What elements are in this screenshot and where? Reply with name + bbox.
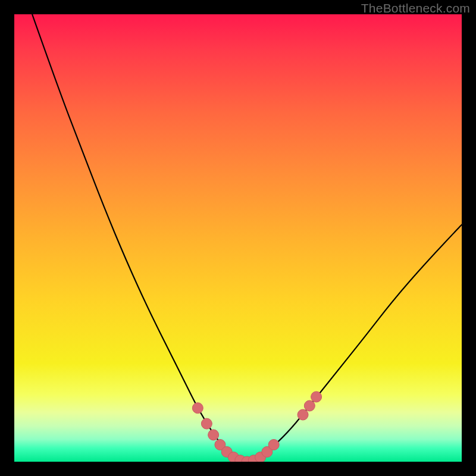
plot-area [14,14,462,462]
chart-svg [14,14,462,462]
markers-layer [192,392,321,462]
curve-layer [32,14,462,461]
bottleneck-curve [32,14,462,461]
data-marker [304,400,315,411]
data-marker [298,409,308,420]
data-marker [311,392,322,402]
data-marker [192,403,203,414]
data-marker [268,439,279,450]
watermark-text: TheBottleneck.com [361,1,470,15]
data-marker [201,418,212,429]
data-marker [208,430,219,440]
chart-frame [14,14,462,462]
